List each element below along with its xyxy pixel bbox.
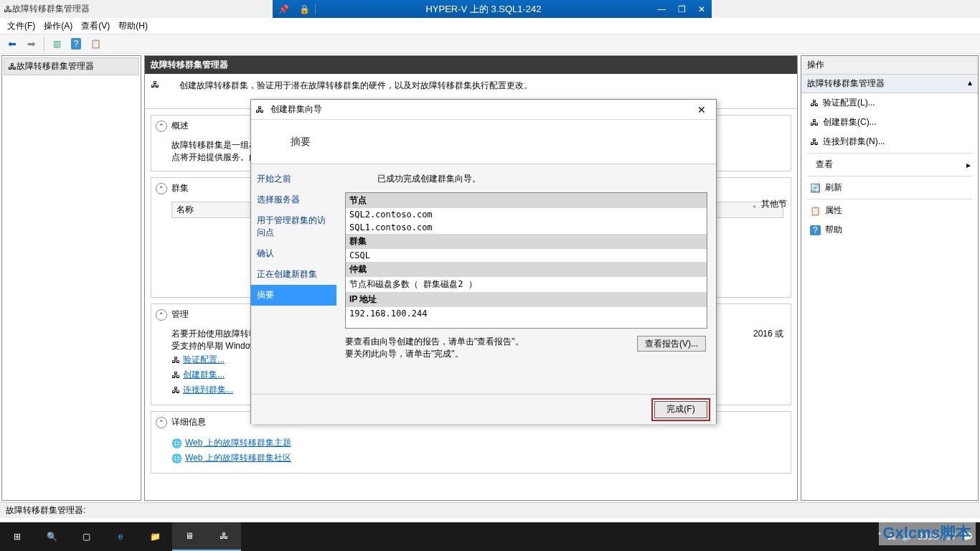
summary-node2: SQL1.contoso.com <box>346 221 707 234</box>
summary-box[interactable]: 节点 SQL2.contoso.com SQL1.contoso.com 群集 … <box>345 192 707 329</box>
collapse-icon[interactable]: ⌃ <box>156 183 167 194</box>
action-view[interactable]: 查看▸ <box>801 155 978 174</box>
details-body: 🌐Web 上的故障转移群集主题 🌐Web 上的故障转移群集社区 <box>151 433 791 473</box>
app-toolbar: ⬅ ➡ ▥ ? 📋 <box>0 34 980 54</box>
nav-confirm[interactable]: 确认 <box>251 243 336 264</box>
action-validate[interactable]: 🖧验证配置(L)... <box>801 93 978 113</box>
nav-before-start[interactable]: 开始之前 <box>251 169 336 189</box>
watermark: Gxlcms脚本 <box>879 521 976 545</box>
wizard-banner: 摘要 <box>251 120 716 164</box>
properties-button[interactable]: 📋 <box>87 35 104 52</box>
report-text: 要查看由向导创建的报告，请单击"查看报告"。 要关闭此向导，请单击"完成"。 <box>345 336 524 360</box>
action-connect[interactable]: 🖧连接到群集(N)... <box>801 132 978 151</box>
summary-quorum-value: 节点和磁盘多数（ 群集磁盘2 ） <box>346 277 707 292</box>
menu-help[interactable]: 帮助(H) <box>118 20 148 32</box>
summary-ip-header: IP 地址 <box>346 292 707 307</box>
wizard-message: 已成功完成创建群集向导。 <box>345 170 707 192</box>
nav-creating[interactable]: 正在创建新群集 <box>251 264 336 285</box>
summary-ip-value: 192.168.100.244 <box>346 307 707 320</box>
menu-file[interactable]: 文件(F) <box>7 20 35 32</box>
collapse-icon[interactable]: ⌃ <box>156 417 167 428</box>
panel-toggle-button[interactable]: ▥ <box>48 35 65 52</box>
search-button[interactable]: 🔍 <box>34 522 69 551</box>
link-web-topics[interactable]: 🌐Web 上的故障转移群集主题 <box>171 435 783 451</box>
vm-maximize-button[interactable]: ❐ <box>672 0 692 18</box>
tree-root-item[interactable]: 🖧 故障转移群集管理器 <box>4 57 139 75</box>
view-report-button[interactable]: 查看报告(V)... <box>637 336 706 352</box>
wizard-titlebar[interactable]: 🖧 创建群集向导 ✕ <box>251 100 716 120</box>
pin-icon[interactable]: 📌 <box>273 4 294 14</box>
app-menubar: 文件(F) 操作(A) 查看(V) 帮助(H) <box>0 18 980 34</box>
validate-icon: 🖧 <box>810 98 819 108</box>
link-web-community[interactable]: 🌐Web 上的故障转移群集社区 <box>171 451 783 466</box>
content-header: 故障转移群集管理器 <box>145 56 797 74</box>
server-mgr-taskbar-icon[interactable]: 🖥 <box>172 522 207 551</box>
wizard-footer: 完成(F) <box>251 394 716 424</box>
vm-connection-titlebar: 📌 🔒 HYPER-V 上的 3.SQL1-242 — ❐ ✕ <box>273 0 712 18</box>
clusters-title: 群集 <box>171 182 189 194</box>
actions-group-header[interactable]: 故障转移群集管理器 ▴ <box>801 75 978 93</box>
vm-minimize-button[interactable]: — <box>651 0 672 18</box>
start-button[interactable]: ⊞ <box>0 522 34 551</box>
cluster-large-icon: 🖧 <box>151 80 174 103</box>
cluster-mgr-taskbar-icon[interactable]: 🖧 <box>207 522 241 551</box>
divider <box>807 153 972 154</box>
wizard-report-row: 要查看由向导创建的报告，请单击"查看报告"。 要关闭此向导，请单击"完成"。 查… <box>345 329 707 360</box>
vm-close-button[interactable]: ✕ <box>692 0 712 18</box>
wizard-close-button[interactable]: ✕ <box>692 104 712 116</box>
lock-icon[interactable]: 🔒 <box>294 4 316 14</box>
connect-icon: 🖧 <box>810 137 819 147</box>
refresh-icon: 🔄 <box>810 183 821 193</box>
action-create[interactable]: 🖧创建群集(C)... <box>801 113 978 132</box>
action-help[interactable]: ?帮助 <box>801 220 978 240</box>
create-cluster-wizard: 🖧 创建群集向导 ✕ 摘要 开始之前 选择服务器 用于管理群集的访问点 确认 正… <box>250 99 717 424</box>
forward-button[interactable]: ➡ <box>23 35 40 52</box>
menu-action[interactable]: 操作(A) <box>44 20 72 32</box>
wizard-nav: 开始之前 选择服务器 用于管理群集的访问点 确认 正在创建新群集 摘要 <box>251 164 336 394</box>
summary-node1: SQL2.contoso.com <box>346 208 707 221</box>
nav-summary[interactable]: 摘要 <box>251 285 336 306</box>
wizard-body: 开始之前 选择服务器 用于管理群集的访问点 确认 正在创建新群集 摘要 已成功完… <box>251 164 716 394</box>
actions-header: 操作 <box>801 56 978 75</box>
help-icon: ? <box>810 225 821 235</box>
taskbar: ⊞ 🔍 ▢ e 📁 🖥 🖧 ˄ 🖧 🔊 2018/1/27 💬 <box>0 522 980 551</box>
vm-title: HYPER-V 上的 3.SQL1-242 <box>316 3 651 16</box>
collapse-icon[interactable]: ⌃ <box>156 309 167 321</box>
create-icon: 🖧 <box>810 118 819 128</box>
wizard-content: 已成功完成创建群集向导。 节点 SQL2.contoso.com SQL1.co… <box>336 164 716 394</box>
actions-panel: 操作 故障转移群集管理器 ▴ 🖧验证配置(L)... 🖧创建群集(C)... 🖧… <box>801 55 979 501</box>
collapse-icon[interactable]: ⌃ <box>156 121 167 132</box>
properties-icon: 📋 <box>810 206 821 216</box>
finish-button[interactable]: 完成(F) <box>654 401 707 418</box>
other-node-text: 。其他节 <box>753 198 787 210</box>
summary-cluster-value: CSQL <box>346 249 707 262</box>
nav-select-server[interactable]: 选择服务器 <box>251 189 336 210</box>
menu-view[interactable]: 查看(V) <box>81 20 110 32</box>
action-refresh[interactable]: 🔄刷新 <box>801 178 978 197</box>
overview-title: 概述 <box>171 120 189 132</box>
divider <box>807 176 972 176</box>
action-properties[interactable]: 📋属性 <box>801 201 978 220</box>
ie-taskbar-icon[interactable]: e <box>103 522 138 551</box>
create-icon: 🖧 <box>171 370 180 380</box>
connect-icon: 🖧 <box>171 385 180 395</box>
explorer-taskbar-icon[interactable]: 📁 <box>138 522 172 551</box>
summary-node-header: 节点 <box>346 193 707 208</box>
nav-access-point[interactable]: 用于管理群集的访问点 <box>251 210 336 243</box>
chevron-up-icon: ▴ <box>968 77 972 90</box>
summary-quorum-header: 仲裁 <box>346 262 707 277</box>
status-bar: 故障转移群集管理器: <box>0 502 980 518</box>
wizard-icon: 🖧 <box>255 105 267 115</box>
globe-icon: 🌐 <box>171 438 182 448</box>
divider <box>807 199 972 199</box>
manage-title: 管理 <box>171 309 189 321</box>
summary-cluster-header: 群集 <box>346 234 707 249</box>
app-icon: 🖧 <box>4 4 12 14</box>
help-button[interactable]: ? <box>67 35 85 52</box>
tree-panel: 🖧 故障转移群集管理器 <box>1 55 141 501</box>
chevron-right-icon: ▸ <box>966 160 971 170</box>
wizard-banner-title: 摘要 <box>291 136 311 149</box>
status-text: 故障转移群集管理器: <box>6 504 85 517</box>
back-button[interactable]: ⬅ <box>4 35 21 52</box>
task-view-button[interactable]: ▢ <box>69 522 103 551</box>
